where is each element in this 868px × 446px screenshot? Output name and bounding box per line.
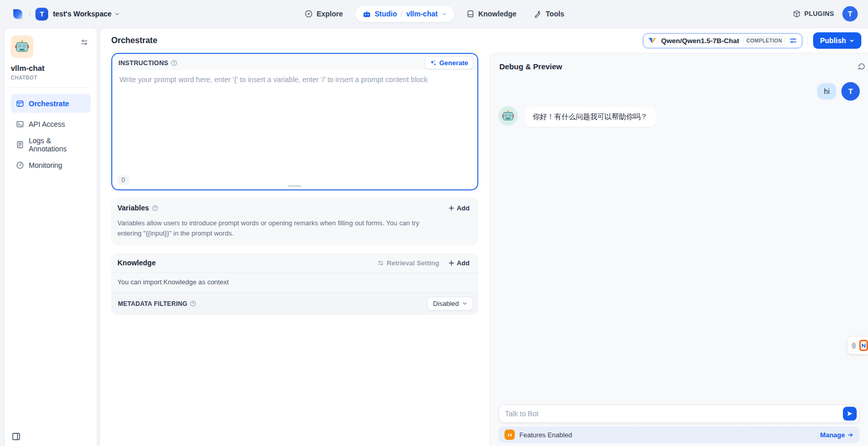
arrow-right-icon [847,432,854,438]
knowledge-header: Knowledge Retrieval Setting Add [111,253,478,273]
variables-header: Variables Add [111,198,478,218]
knowledge-card: Knowledge Retrieval Setting Add You can … [111,253,478,315]
floating-extension-widget[interactable] [847,337,868,354]
user-message-row: hi T [498,82,860,101]
app-settings-icon[interactable] [77,35,91,49]
add-variable-button[interactable]: Add [445,202,473,214]
send-icon [846,411,853,417]
orchestrate-config: INSTRUCTIONS Generate 0 Variables [111,53,478,446]
nav-tools[interactable]: Tools [529,6,569,22]
metadata-filtering-row: METADATA FILTERING Disabled [111,292,478,315]
resize-handle[interactable] [288,185,301,187]
nav-knowledge[interactable]: Knowledge [461,6,522,22]
knowledge-icon [467,10,475,18]
chevron-down-icon [114,11,120,17]
nav-explore[interactable]: Explore [299,6,348,22]
manage-features-link[interactable]: Manage [820,431,854,439]
plus-icon [448,260,455,266]
plugins-button[interactable]: PLUGINS [793,10,834,18]
dify-logo-icon[interactable] [11,8,24,21]
vllm-logo-icon [648,37,657,44]
publish-button[interactable]: Publish [813,32,861,49]
metadata-filtering-dropdown[interactable]: Disabled [427,297,473,311]
model-mode-badge: COMPLETION [743,36,785,45]
sidebar-item-logs-annotations[interactable]: Logs & Annotations [11,135,91,154]
instructions-input[interactable] [112,70,477,170]
drag-dot-icon [852,342,856,349]
chat-input-area: Features Enabled Manage [498,404,860,443]
sidebar-item-orchestrate[interactable]: Orchestrate [11,94,91,113]
page-title: Orchestrate [111,36,157,45]
model-selector[interactable]: Qwen/Qwen1.5-7B-Chat COMPLETION [643,33,802,48]
sidebar-item-monitoring[interactable]: Monitoring [11,156,91,174]
chat-transcript: hi T 你好！有什么问题我可以帮助你吗？ [490,75,868,127]
header-divider [808,36,808,45]
variables-title: Variables [117,204,149,212]
instructions-header: INSTRUCTIONS Generate [112,54,477,70]
workspace-name: test's Workspace [53,10,111,18]
variables-description: Variables allow users to introduce promp… [111,218,439,245]
character-count: 0 [117,176,129,185]
model-params-icon [789,36,797,45]
monitoring-gauge-icon [16,161,24,169]
plus-icon [448,205,455,211]
chat-input-container [498,404,860,423]
generate-button[interactable]: Generate [425,56,473,69]
model-name: Qwen/Qwen1.5-7B-Chat [661,37,739,45]
plugins-box-icon [793,10,801,18]
collapse-sidebar-icon[interactable] [11,432,21,441]
chevron-down-icon [462,301,468,306]
add-knowledge-button[interactable]: Add [445,257,473,269]
topbar-left: / T test's Workspace [11,8,299,21]
send-button[interactable] [843,407,857,421]
main-panel: Orchestrate Qwen/Qwen1.5-7B-Chat COMPLET… [99,28,868,446]
user-avatar: T [841,82,860,101]
assistant-message-row: 你好！有什么问题我可以帮助你吗？ [498,106,860,127]
breadcrumb-separator: / [29,10,31,18]
features-enabled-label: Features Enabled [519,431,572,439]
knowledge-title: Knowledge [117,259,156,267]
chevron-down-icon [849,38,855,44]
help-icon [152,205,158,211]
talk-to-bot-input[interactable] [505,410,837,418]
restart-conversation-icon[interactable] [857,62,866,71]
sidebar-item-api-access[interactable]: API Access [11,114,91,133]
top-navigation-bar: / T test's Workspace Explore Studio / vl… [0,0,868,28]
nav-separator: / [400,10,402,18]
orchestrate-window-icon [16,100,24,108]
debug-title: Debug & Preview [499,62,562,71]
user-message-bubble: hi [817,83,836,100]
nav-current-app: vllm-chat [406,10,437,18]
topbar-right: PLUGINS T [570,6,858,22]
retrieval-setting-icon [377,260,384,266]
robot-studio-icon [362,10,371,18]
instructions-card: INSTRUCTIONS Generate 0 [111,53,478,190]
main-header: Orchestrate Qwen/Qwen1.5-7B-Chat COMPLET… [100,28,868,53]
variables-card: Variables Add Variables allow users to i… [111,198,478,245]
help-icon [171,60,177,66]
topbar-nav: Explore Studio / vllm-chat Knowledge Too… [299,6,569,22]
extension-icon [859,340,868,351]
chevron-down-icon [441,11,447,17]
nav-studio-label: Studio [375,10,397,18]
tools-icon [534,10,542,18]
logs-document-icon [16,141,24,149]
workspace-avatar[interactable]: T [35,8,48,21]
help-icon [190,300,196,307]
explore-icon [305,10,313,18]
workspace-switcher[interactable]: test's Workspace [53,10,119,18]
bot-robot-avatar [498,106,518,126]
account-avatar[interactable]: T [842,6,858,22]
app-name: vllm-chat [11,64,91,72]
app-robot-avatar[interactable] [11,35,33,58]
app-header [11,35,91,58]
debug-header: Debug & Preview [490,53,868,75]
header-actions: Qwen/Qwen1.5-7B-Chat COMPLETION Publish [643,32,861,49]
assistant-message-bubble: 你好！有什么问题我可以帮助你吗？ [524,107,656,127]
dify-app-window: / T test's Workspace Explore Studio / vl… [0,0,868,446]
sparkle-icon [430,60,437,67]
nav-studio-active[interactable]: Studio / vllm-chat [355,6,454,22]
terminal-icon [16,120,24,128]
app-type-badge: CHATBOT [11,75,91,81]
retrieval-setting-button[interactable]: Retrieval Setting [373,257,443,269]
